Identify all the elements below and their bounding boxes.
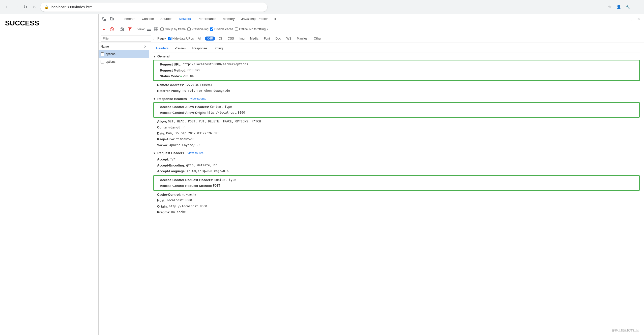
view-group-button[interactable] bbox=[153, 26, 159, 32]
camera-button[interactable] bbox=[119, 26, 125, 32]
filter-other[interactable]: Other bbox=[312, 37, 324, 41]
menu-button[interactable]: ⋮ bbox=[633, 3, 641, 11]
reload-button[interactable]: ↻ bbox=[21, 3, 29, 11]
remote-address-label: Remote Address: bbox=[157, 83, 184, 88]
request-header-row-2: Accept-Language: zh-CN,zh;q=0.8,en;q=0.6 bbox=[153, 168, 640, 174]
tab-console[interactable]: Console bbox=[139, 14, 157, 24]
status-code-row: Status Code: ● 200 OK bbox=[156, 73, 637, 79]
tab-js-profiler[interactable]: JavaScript Profiler bbox=[238, 14, 271, 24]
view-list-button[interactable] bbox=[146, 26, 152, 32]
request-headers-view-source[interactable]: view source bbox=[188, 151, 203, 155]
filter-ws[interactable]: WS bbox=[284, 37, 293, 41]
record-button[interactable]: ● bbox=[101, 26, 107, 32]
filter-input[interactable] bbox=[101, 36, 151, 42]
request-item-options-2[interactable]: options bbox=[99, 58, 149, 65]
filter-bar: Regex Hide data URLs All XHR JS CSS Img … bbox=[99, 34, 644, 43]
response-header-row-0: Access-Control-Allow-Headers: Content-Ty… bbox=[156, 104, 637, 110]
request-header-value-1: gzip, deflate, br bbox=[186, 163, 217, 168]
filter-css[interactable]: CSS bbox=[226, 37, 236, 41]
browser-chrome: ← → ↻ ⌂ 🔒 localhost:8000/index.html ☆ 👤 … bbox=[0, 0, 644, 14]
request-name-2: options bbox=[106, 60, 115, 63]
request-checkbox-1[interactable] bbox=[101, 52, 104, 56]
details-close-button[interactable]: ✕ bbox=[144, 45, 147, 49]
offline-label[interactable]: Offline bbox=[235, 27, 248, 31]
devtools-close-button[interactable]: ✕ bbox=[635, 16, 642, 23]
filter-all[interactable]: All bbox=[196, 37, 203, 41]
network-content: Name ✕ options options Headers Preview bbox=[99, 43, 644, 335]
tab-timing[interactable]: Timing bbox=[210, 45, 226, 52]
back-button[interactable]: ← bbox=[3, 3, 11, 11]
referrer-policy-row: Referrer Policy: no-referrer-when-downgr… bbox=[153, 88, 640, 94]
filter-button[interactable] bbox=[127, 26, 133, 32]
response-header-value-1: http://localhost:8000 bbox=[207, 110, 245, 115]
request-header-row-0: Accept: */* bbox=[153, 156, 640, 162]
preserve-log-checkbox[interactable] bbox=[187, 27, 191, 31]
status-code-label: Status Code: bbox=[160, 74, 180, 79]
svg-rect-3 bbox=[110, 17, 112, 20]
tab-headers[interactable]: Headers bbox=[153, 45, 171, 52]
extension-button[interactable]: 🔧 bbox=[624, 3, 632, 11]
tab-more[interactable]: » bbox=[271, 14, 279, 24]
forward-button[interactable]: → bbox=[12, 3, 20, 11]
response-headers-view-source[interactable]: view source bbox=[190, 97, 206, 100]
request-url-label: Request URL: bbox=[160, 62, 182, 67]
profile-button[interactable]: 👤 bbox=[615, 3, 623, 11]
tab-network[interactable]: Network bbox=[176, 14, 194, 24]
clear-button[interactable] bbox=[109, 26, 115, 32]
hide-data-urls-checkbox[interactable] bbox=[168, 37, 171, 40]
browser-actions: ☆ 👤 🔧 ⋮ bbox=[606, 3, 641, 11]
response-header-value-3: 0 bbox=[184, 125, 185, 130]
page-content: SUCCESS bbox=[0, 14, 98, 335]
svg-rect-16 bbox=[156, 29, 158, 31]
response-headers-title[interactable]: ▼ Response Headers view source bbox=[153, 97, 640, 101]
response-headers-title-text: Response Headers bbox=[157, 97, 187, 101]
toolbar-sep-1 bbox=[117, 27, 117, 32]
star-button[interactable]: ☆ bbox=[606, 3, 614, 11]
request-headers-title[interactable]: ▼ Request Headers view source bbox=[153, 151, 640, 155]
request-header-value-3: content-type bbox=[214, 178, 236, 183]
request-header-name-8: Pragma: bbox=[157, 210, 170, 215]
devtools-more-button[interactable]: ⋮ bbox=[627, 16, 634, 23]
address-bar[interactable]: 🔒 localhost:8000/index.html bbox=[40, 3, 267, 12]
filter-media[interactable]: Media bbox=[248, 37, 260, 41]
request-header-name-5: Cache-Control: bbox=[157, 192, 181, 197]
tab-performance[interactable]: Performance bbox=[194, 14, 219, 24]
preserve-log-label[interactable]: Preserve log bbox=[187, 27, 209, 31]
filter-xhr[interactable]: XHR bbox=[205, 37, 215, 41]
page-area: SUCCESS Elements Console Sources Network… bbox=[0, 14, 644, 335]
tab-memory[interactable]: Memory bbox=[220, 14, 238, 24]
device-toolbar-button[interactable] bbox=[108, 16, 115, 23]
svg-rect-4 bbox=[112, 18, 113, 20]
filter-img[interactable]: Img bbox=[238, 37, 247, 41]
request-checkbox-2[interactable] bbox=[101, 60, 104, 63]
tab-preview[interactable]: Preview bbox=[171, 45, 189, 52]
tab-elements[interactable]: Elements bbox=[119, 14, 138, 24]
regex-checkbox[interactable] bbox=[153, 37, 156, 40]
request-details: Headers Preview Response Timing ▼ Genera… bbox=[149, 43, 644, 335]
throttling-dropdown-arrow[interactable]: ▾ bbox=[267, 28, 268, 30]
referrer-policy-label: Referrer Policy: bbox=[157, 88, 182, 93]
group-by-frame-label[interactable]: Group by frame bbox=[160, 27, 186, 31]
request-header-value-8: no-cache bbox=[171, 210, 186, 215]
general-section-title[interactable]: ▼ General bbox=[153, 54, 640, 58]
disable-cache-checkbox[interactable] bbox=[210, 27, 213, 31]
inspector-icon-button[interactable] bbox=[101, 16, 108, 23]
tab-response[interactable]: Response bbox=[189, 45, 210, 52]
no-throttling-text: No throttling bbox=[249, 27, 266, 31]
remote-address-value: 127.0.0.1:55961 bbox=[185, 83, 212, 88]
filter-font[interactable]: Font bbox=[262, 37, 272, 41]
disable-cache-label[interactable]: Disable cache bbox=[210, 27, 233, 31]
offline-checkbox[interactable] bbox=[235, 27, 238, 31]
svg-rect-10 bbox=[147, 28, 151, 28]
filter-manifest[interactable]: Manifest bbox=[295, 37, 310, 41]
group-by-frame-checkbox[interactable] bbox=[160, 27, 164, 31]
hide-data-urls-label[interactable]: Hide data URLs bbox=[168, 37, 194, 40]
home-button[interactable]: ⌂ bbox=[30, 3, 38, 11]
request-item-options-1[interactable]: options bbox=[99, 50, 149, 58]
tab-sources[interactable]: Sources bbox=[157, 14, 175, 24]
svg-rect-11 bbox=[147, 29, 151, 29]
regex-label[interactable]: Regex bbox=[153, 37, 166, 40]
filter-doc[interactable]: Doc bbox=[274, 37, 283, 41]
filter-options: All XHR JS CSS Img Media Font Doc WS Man… bbox=[196, 37, 642, 41]
filter-js[interactable]: JS bbox=[217, 37, 224, 41]
